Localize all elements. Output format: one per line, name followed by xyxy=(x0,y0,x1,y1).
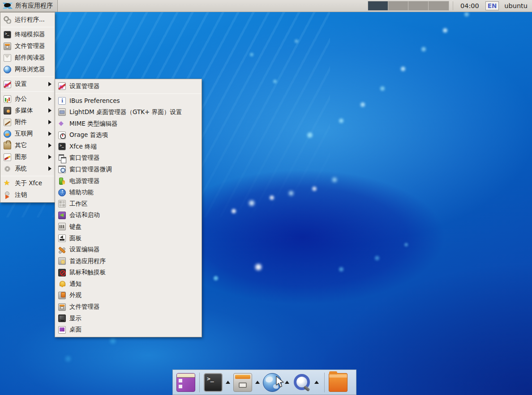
menu-item-internet[interactable]: 互联网 xyxy=(0,128,55,140)
submenu-item-xfce-terminal[interactable]: Xfce 终端 xyxy=(55,141,202,153)
launcher-dropdown-arrow-icon[interactable] xyxy=(226,381,230,384)
submenu-item-settings-manager[interactable]: 设置管理器 xyxy=(55,81,202,92)
preferred-applications-icon xyxy=(58,257,66,265)
workspace-2[interactable] xyxy=(388,1,408,10)
submenu-item-label: 面板 xyxy=(69,234,82,242)
logout-icon xyxy=(4,191,11,199)
menu-item-terminal-emulator[interactable]: 终端模拟器 xyxy=(0,29,55,40)
menu-item-about-xfce[interactable]: 关于 Xfce xyxy=(0,178,55,189)
panel-separator xyxy=(453,1,453,10)
menu-item-label: 其它 xyxy=(15,141,27,149)
menu-item-label: 终端模拟器 xyxy=(15,30,45,38)
submenu-item-label: 显示 xyxy=(69,314,82,323)
dock-separator xyxy=(324,373,325,392)
menu-item-label: 关于 Xfce xyxy=(15,179,42,187)
system-icon xyxy=(4,165,11,173)
folder-launcher-icon[interactable] xyxy=(329,373,348,392)
applications-menu-button[interactable]: 所有应用程序 xyxy=(0,0,58,12)
menu-item-graphics[interactable]: 图形 xyxy=(0,151,55,163)
ibus-icon xyxy=(58,97,66,105)
submenu-arrow-icon xyxy=(48,155,51,159)
display-icon xyxy=(58,314,66,322)
launcher-dropdown-arrow-icon[interactable] xyxy=(314,381,319,384)
submenu-item-workspaces[interactable]: 工作区 xyxy=(55,198,202,210)
menu-item-settings[interactable]: 设置 xyxy=(0,78,55,90)
desktop-settings-icon[interactable] xyxy=(176,373,195,392)
submenu-item-settings-editor[interactable]: 设置编辑器 xyxy=(55,244,202,255)
submenu-item-window-manager[interactable]: 窗口管理器 xyxy=(55,153,202,164)
submenu-item-label: 设置管理器 xyxy=(69,82,100,90)
input-method-indicator[interactable]: EN xyxy=(485,1,499,10)
menu-item-run-program[interactable]: 运行程序... xyxy=(0,14,55,25)
file-manager-launcher-icon[interactable] xyxy=(233,373,252,392)
submenu-item-label: MIME 类型编辑器 xyxy=(69,120,118,128)
settings-icon xyxy=(4,81,11,88)
window-manager-icon xyxy=(58,154,66,162)
submenu-item-window-manager-tweaks[interactable]: 窗口管理器微调 xyxy=(55,164,202,175)
terminal-launcher-icon[interactable] xyxy=(204,373,223,392)
menu-item-file-manager[interactable]: 文件管理器 xyxy=(0,40,55,52)
file-manager-icon xyxy=(4,42,11,50)
multimedia-icon xyxy=(4,107,11,115)
submenu-item-mime-editor[interactable]: MIME 类型编辑器 xyxy=(55,118,202,130)
submenu-item-appearance[interactable]: 外观 xyxy=(55,290,202,302)
menu-separator xyxy=(56,93,201,94)
submenu-item-accessibility[interactable]: 辅助功能 xyxy=(55,187,202,198)
submenu-item-file-manager[interactable]: 文件管理器 xyxy=(55,301,202,313)
submenu-item-label: 键盘 xyxy=(69,223,82,231)
submenu-item-label: 窗口管理器 xyxy=(69,154,100,162)
submenu-arrow-icon xyxy=(48,108,51,113)
dock-separator xyxy=(199,373,200,392)
menu-item-office[interactable]: 办公 xyxy=(0,93,55,105)
submenu-item-power-manager[interactable]: 电源管理器 xyxy=(55,175,202,187)
submenu-item-orage-preferences[interactable]: Orage 首选项 xyxy=(55,129,202,141)
submenu-arrow-icon xyxy=(48,132,51,136)
menu-item-label: 办公 xyxy=(15,95,27,103)
workspace-4[interactable] xyxy=(429,1,449,10)
menu-item-web-browser[interactable]: 网络浏览器 xyxy=(0,64,55,75)
menu-item-label: 邮件阅读器 xyxy=(15,54,45,62)
submenu-item-label: 外观 xyxy=(69,291,82,299)
submenu-item-desktop[interactable]: 桌面 xyxy=(55,324,202,336)
submenu-item-notifications[interactable]: 通知 xyxy=(55,278,202,290)
menu-item-accessories[interactable]: 附件 xyxy=(0,116,55,128)
menu-item-label: 注销 xyxy=(15,191,27,199)
applications-menu-label: 所有应用程序 xyxy=(15,2,53,10)
mouse-cursor xyxy=(275,376,286,390)
mouse-touchpad-icon xyxy=(58,269,66,276)
workspace-1[interactable] xyxy=(368,1,388,10)
menu-item-multimedia[interactable]: 多媒体 xyxy=(0,105,55,116)
submenu-item-label: 设置编辑器 xyxy=(69,246,100,254)
menu-separator xyxy=(1,76,54,77)
submenu-item-lightdm-settings[interactable]: LightDM 桌面管理器（GTK+ 界面）设置 xyxy=(55,106,202,118)
submenu-item-keyboard[interactable]: 键盘 xyxy=(55,221,202,233)
menu-item-system[interactable]: 系统 xyxy=(0,163,55,174)
xfce-logo-icon xyxy=(3,2,13,10)
menu-separator xyxy=(1,27,54,27)
menu-item-other[interactable]: 其它 xyxy=(0,140,55,151)
menu-item-label: 多媒体 xyxy=(15,106,33,115)
launcher-dropdown-arrow-icon[interactable] xyxy=(255,381,260,384)
menu-item-logout[interactable]: 注销 xyxy=(0,189,55,201)
workspace-switcher xyxy=(368,1,449,11)
clock[interactable]: 04:00 xyxy=(457,2,483,9)
menu-item-label: 网络浏览器 xyxy=(15,65,45,73)
submenu-item-label: 首选应用程序 xyxy=(69,257,106,265)
window-manager-tweaks-icon xyxy=(58,166,66,173)
submenu-item-label: Orage 首选项 xyxy=(69,131,108,139)
submenu-item-session-startup[interactable]: 会话和启动 xyxy=(55,210,202,221)
submenu-item-label: 窗口管理器微调 xyxy=(69,166,112,174)
application-finder-launcher-icon[interactable] xyxy=(292,373,311,392)
submenu-item-mouse-touchpad[interactable]: 鼠标和触摸板 xyxy=(55,267,202,279)
submenu-item-display[interactable]: 显示 xyxy=(55,313,202,324)
workspace-3[interactable] xyxy=(408,1,429,10)
submenu-item-panel[interactable]: 面板 xyxy=(55,233,202,244)
submenu-arrow-icon xyxy=(48,143,51,148)
menu-item-label: 运行程序... xyxy=(15,16,45,24)
submenu-arrow-icon xyxy=(48,120,51,124)
submenu-item-label: 鼠标和触摸板 xyxy=(69,268,106,276)
settings-submenu: 设置管理器 IBus Preferences LightDM 桌面管理器（GTK… xyxy=(55,79,202,337)
menu-item-mail-reader[interactable]: 邮件阅读器 xyxy=(0,52,55,64)
submenu-item-preferred-applications[interactable]: 首选应用程序 xyxy=(55,255,202,267)
submenu-item-ibus-preferences[interactable]: IBus Preferences xyxy=(55,95,202,107)
